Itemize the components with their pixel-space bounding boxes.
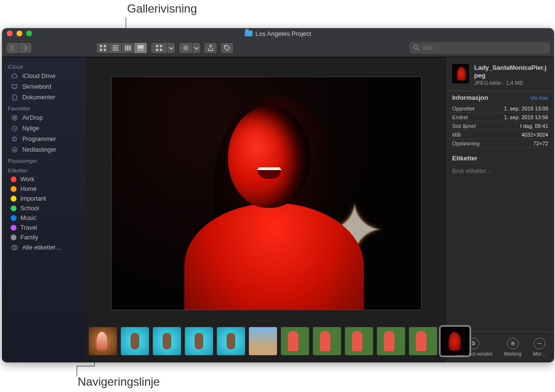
sidebar-item-home[interactable]: Home — [2, 184, 86, 194]
info-value: 72×72 — [533, 141, 548, 146]
action-menu[interactable] — [179, 42, 201, 54]
back-button[interactable] — [6, 43, 19, 53]
search-input[interactable] — [423, 45, 546, 51]
svg-rect-4 — [112, 45, 118, 46]
info-row: Mål4032×3024 — [446, 130, 554, 139]
filmstrip-thumb[interactable] — [185, 327, 213, 355]
filmstrip-thumb[interactable] — [153, 327, 181, 355]
sidebar-item-nedlastinger[interactable]: Nedlastinger — [2, 144, 86, 155]
doc-icon — [11, 94, 18, 101]
more-action[interactable]: Mer… — [533, 338, 546, 357]
filmstrip-thumb[interactable] — [313, 327, 341, 355]
show-more-link[interactable]: Vis mer — [530, 95, 548, 101]
group-menu[interactable] — [150, 42, 176, 54]
sidebar-item-label: Travel — [20, 224, 37, 231]
sidebar-item-alle-etiketter-[interactable]: Alle etiketter… — [2, 242, 86, 253]
svg-rect-0 — [99, 45, 101, 47]
sidebar-heading: iCloud — [2, 61, 86, 71]
sidebar-item-label: Dokumenter — [22, 94, 55, 101]
column-view-button[interactable] — [122, 43, 134, 53]
sidebar-item-nylige[interactable]: Nylige — [2, 123, 86, 134]
info-value: 1. sep. 2019 13:56 — [504, 114, 548, 120]
sidebar-item-airdrop[interactable]: AirDrop — [2, 112, 86, 123]
sidebar-item-school[interactable]: School — [2, 204, 86, 213]
forward-button[interactable] — [19, 43, 32, 53]
tag-dot-icon — [11, 176, 16, 182]
clock-icon — [11, 125, 18, 132]
filmstrip-thumb[interactable] — [249, 327, 277, 355]
filmstrip-thumb[interactable] — [409, 327, 437, 355]
tags-input[interactable]: Bruk etiketter… — [446, 165, 554, 177]
window-title: Los Angeles Project — [245, 30, 311, 37]
sidebar-item-icloud-drive[interactable]: iCloud Drive — [2, 71, 86, 81]
sidebar-item-skrivebord[interactable]: Skrivebord — [2, 81, 86, 92]
icon-view-button[interactable] — [97, 43, 109, 53]
info-panel: Lady_SantaMonicaPier.jpeg JPEG-bilde - 1… — [446, 57, 554, 362]
sidebar-item-label: AirDrop — [22, 114, 43, 121]
filmstrip-thumb[interactable] — [121, 327, 149, 355]
sidebar-heading: Etiketter — [2, 165, 86, 174]
info-key: Oppløsning — [452, 141, 479, 146]
info-section-header: Informasjon Vis mer — [446, 91, 554, 104]
main-content — [86, 57, 446, 362]
sidebar-item-family[interactable]: Family — [2, 233, 86, 242]
info-key: Mål — [452, 132, 461, 138]
chevron-down-icon — [167, 43, 175, 53]
minimize-button[interactable] — [16, 31, 22, 36]
filmstrip-thumb[interactable] — [377, 327, 405, 355]
file-name: Lady_SantaMonicaPier.jpeg — [474, 64, 548, 79]
info-thumbnail — [452, 64, 469, 83]
filmstrip-thumb[interactable] — [345, 327, 373, 355]
tags-section-header: Etiketter — [446, 152, 554, 165]
svg-point-32 — [540, 343, 541, 344]
search-box[interactable] — [409, 42, 550, 54]
sidebar-item-dokumenter[interactable]: Dokumenter — [2, 92, 86, 103]
filmstrip-thumb[interactable] — [281, 327, 309, 355]
list-view-button[interactable] — [109, 43, 122, 53]
tags-button[interactable] — [220, 42, 234, 54]
preview-image[interactable] — [111, 77, 422, 310]
sidebar-item-label: Family — [20, 234, 38, 241]
tag-dot-icon — [11, 235, 16, 240]
desktop-icon — [11, 83, 18, 91]
svg-rect-1 — [103, 45, 105, 47]
svg-rect-8 — [127, 45, 129, 50]
apps-icon — [11, 135, 18, 143]
tag-dot-icon — [11, 225, 16, 231]
zoom-button[interactable] — [26, 31, 32, 36]
sidebar-item-work[interactable]: Work — [2, 174, 86, 184]
close-button[interactable] — [7, 31, 13, 36]
callout-nav: Navigeringslinje — [78, 375, 160, 389]
view-switcher — [96, 42, 147, 54]
finder-window: Los Angeles Project — [2, 28, 554, 362]
sidebar-item-programmer[interactable]: Programmer — [2, 134, 86, 144]
svg-point-31 — [539, 343, 540, 344]
markup-action[interactable]: Merking — [504, 338, 522, 357]
sidebar-item-label: Important — [20, 195, 46, 202]
filmstrip-thumb[interactable] — [441, 327, 469, 355]
sidebar-heading: Plasseringer — [2, 155, 86, 165]
info-row: Sist åpnetI dag, 09:41 — [446, 122, 554, 130]
svg-rect-2 — [99, 48, 101, 50]
svg-rect-14 — [156, 45, 158, 47]
svg-point-19 — [226, 46, 227, 47]
markup-icon — [507, 338, 519, 349]
filmstrip-thumb[interactable] — [217, 327, 245, 355]
callout-line — [77, 366, 77, 376]
sidebar-item-important[interactable]: Important — [2, 194, 86, 204]
window-title-text: Los Angeles Project — [256, 30, 311, 37]
sidebar-item-label: School — [20, 205, 39, 212]
sidebar-item-label: Work — [20, 176, 34, 183]
chevron-down-icon — [193, 43, 200, 53]
gallery-view-button[interactable] — [134, 43, 147, 53]
svg-rect-5 — [112, 47, 118, 48]
sidebar-item-music[interactable]: Music — [2, 213, 86, 223]
more-icon — [534, 338, 545, 349]
svg-point-24 — [14, 117, 15, 118]
share-button[interactable] — [204, 42, 217, 54]
filmstrip-thumb[interactable] — [89, 327, 117, 355]
sidebar-item-label: Nylige — [22, 125, 39, 132]
sidebar-item-travel[interactable]: Travel — [2, 223, 86, 233]
svg-rect-10 — [138, 45, 144, 48]
info-key: Sist åpnet — [452, 123, 476, 129]
